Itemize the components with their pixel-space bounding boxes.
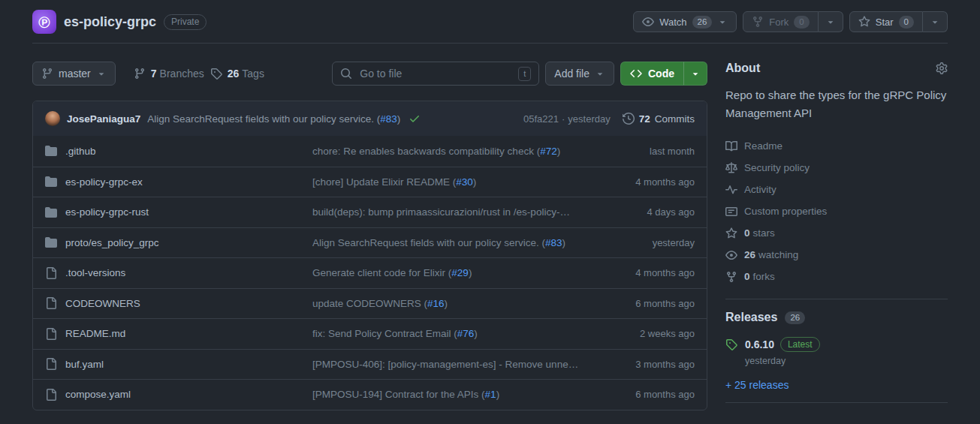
pr-link[interactable]: #29 [451,267,469,278]
latest-commit-message[interactable]: Align SearchRequest fields with our poli… [147,113,400,125]
file-name[interactable]: buf.yaml [65,359,104,370]
row-commit-message[interactable]: build(deps): bump primaassicurazioni/rus… [312,206,597,218]
commit-author[interactable]: JosePaniagua7 [67,113,140,125]
table-row[interactable]: proto/es_policy_grpc Align SearchRequest… [33,227,707,258]
check-status-icon[interactable] [409,113,421,125]
row-commit-message[interactable]: chore: Re enables backwards compatibilit… [312,146,597,157]
row-commit-message[interactable]: [chore] Update Elixir README (#30) [312,176,597,188]
star-button-group: Star 0 [849,11,948,32]
watch-button[interactable]: Watch 26 [633,11,737,32]
visibility-badge: Private [164,14,207,30]
table-row[interactable]: .github chore: Re enables backwards comp… [33,136,707,167]
star-button[interactable]: Star 0 [849,11,923,32]
row-commit-message[interactable]: [PMPOSU-194] Contract for the APIs (#1) [312,389,597,400]
row-commit-message[interactable]: [PMPOSU-406]: [policy-management-es] - R… [312,359,597,370]
fork-icon [725,271,737,283]
file-icon [45,267,57,279]
commit-history-link[interactable]: 72 Commits [623,113,695,125]
star-dropdown-button[interactable] [923,11,948,32]
tags-count: 26 [228,68,240,80]
row-commit-message[interactable]: fix: Send Policy Contract Email (#76) [312,328,597,339]
file-name[interactable]: proto/es_policy_grpc [65,237,159,248]
sidebar-item-stars[interactable]: 0 stars [725,222,948,244]
more-releases-link[interactable]: + 25 releases [725,379,789,391]
commit-message-text: ) [445,298,448,309]
commit-sha-link[interactable]: 05fa221 · yesterday [523,113,611,125]
table-row[interactable]: es-policy-grpc-rust build(deps): bump pr… [33,197,707,227]
commit-date: 2 weeks ago [597,328,695,339]
code-button[interactable]: Code [620,62,683,86]
note-icon [725,206,737,218]
sidebar-item-label: Readme [744,140,782,152]
github-repo-page: ℗ es-policy-grpc Private Watch 26 Fork 0 [0,0,980,414]
about-title: About [725,62,760,75]
commit-message-text: [PMPOSU-194] Contract for the APIs ( [312,389,485,400]
fork-button[interactable]: Fork 0 [743,11,818,32]
pr-link[interactable]: #16 [427,298,445,309]
repo-avatar[interactable]: ℗ [32,10,56,34]
file-icon [45,389,57,401]
branch-selector-button[interactable]: master [32,62,116,86]
git-branch-icon [134,68,146,80]
row-commit-message[interactable]: Align SearchRequest fields with our poli… [312,237,597,248]
repo-description: Repo to share the types for the gRPC Pol… [725,86,948,122]
caret-down-icon [717,17,728,27]
sidebar-item-label: watching [758,249,798,260]
releases-title[interactable]: Releases [725,311,777,324]
code-dropdown-button[interactable] [683,62,707,86]
file-name[interactable]: README.md [65,328,125,339]
star-label: Star [876,17,894,28]
sidebar-item-forks[interactable]: 0 forks [725,266,948,287]
go-to-file-search[interactable]: t [332,62,539,86]
author-avatar[interactable] [45,111,60,126]
table-row[interactable]: CODEOWNERS update CODEOWNERS (#16) 6 mon… [33,288,707,319]
branches-link[interactable]: 7 Branches [134,68,204,80]
star-count: 0 [899,16,914,29]
code-icon [630,68,642,80]
tags-label: Tags [242,68,264,80]
table-row[interactable]: compose.yaml [PMPOSU-194] Contract for t… [33,379,707,410]
repo-header: ℗ es-policy-grpc Private Watch 26 Fork 0 [32,0,948,44]
file-name[interactable]: compose.yaml [65,389,131,400]
sidebar-item-readme[interactable]: Readme [725,135,948,157]
sidebar-item-security-policy[interactable]: Security policy [725,157,948,179]
search-icon [340,68,352,80]
pr-link[interactable]: #72 [540,146,557,157]
pr-link[interactable]: #1 [485,389,496,400]
sidebar-item-custom-properties[interactable]: Custom properties [725,200,948,222]
pr-link[interactable]: #76 [457,328,475,339]
fork-count: 0 [794,16,809,29]
pr-link[interactable]: #30 [456,176,473,188]
table-row[interactable]: README.md fix: Send Policy Contract Emai… [33,318,707,349]
star-icon [725,227,737,239]
commit-date: 6 months ago [597,298,695,309]
file-name[interactable]: .github [65,146,96,157]
release-version[interactable]: 0.6.10 [745,338,774,350]
table-row[interactable]: buf.yaml [PMPOSU-406]: [policy-managemen… [33,349,707,380]
file-name[interactable]: CODEOWNERS [65,298,140,309]
commit-message-text: [PMPOSU-406]: [policy-management-es] - R… [312,359,578,370]
commit-message-text: fix: Send Policy Contract Email ( [312,328,457,339]
caret-down-icon [96,68,107,79]
repo-name[interactable]: es-policy-grpc [64,14,156,30]
file-name[interactable]: .tool-versions [65,267,125,278]
sidebar-links: Readme Security policy Activity [725,135,948,287]
commit-message-text: build(deps): bump primaassicurazioni/rus… [312,206,570,218]
sidebar-item-watching[interactable]: 26 watching [725,244,948,266]
add-file-button[interactable]: Add file [545,62,614,86]
row-commit-message[interactable]: Generate client code for Elixir (#29) [312,267,597,278]
file-name[interactable]: es-policy-grpc-ex [65,176,143,188]
table-row[interactable]: es-policy-grpc-ex [chore] Update Elixir … [33,167,707,197]
file-name[interactable]: es-policy-grpc-rust [65,206,149,218]
fork-dropdown-button[interactable] [819,11,843,32]
row-commit-message[interactable]: update CODEOWNERS (#16) [312,298,597,309]
sidebar-item-activity[interactable]: Activity [725,179,948,200]
pr-link[interactable]: #83 [380,113,397,125]
latest-release: 0.6.10 Latest yesterday [725,337,948,366]
table-row[interactable]: .tool-versions Generate client code for … [33,257,707,288]
go-to-file-input[interactable] [358,67,512,80]
gear-icon[interactable] [936,62,948,74]
pr-link[interactable]: #83 [545,237,562,248]
tags-link[interactable]: 26 Tags [210,68,264,80]
commit-message-text: [chore] Update Elixir README ( [312,176,456,188]
